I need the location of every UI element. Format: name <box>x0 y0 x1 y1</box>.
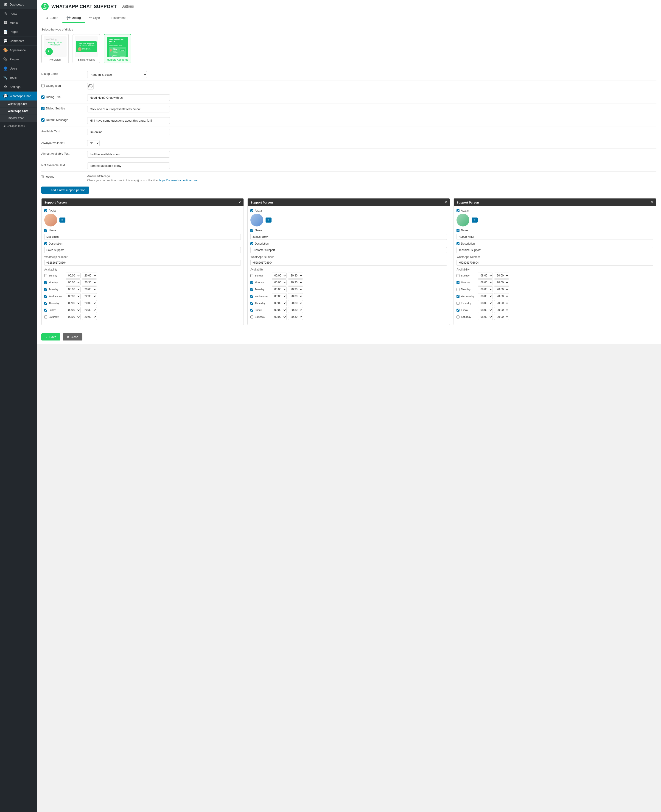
card-3-saturday-end[interactable]: 20:00 <box>494 314 509 320</box>
card-3-wednesday-start[interactable]: 08:00 <box>478 293 493 299</box>
card-1-tuesday-check[interactable] <box>44 288 47 291</box>
card-3-name-checkbox[interactable] <box>457 229 460 232</box>
card-2-thursday-check[interactable] <box>251 302 253 305</box>
card-1-thursday-start[interactable]: 00:00 <box>65 300 81 306</box>
dialog-title-checkbox-label[interactable]: Dialog Title <box>41 95 87 99</box>
card-3-desc-checkbox[interactable] <box>457 242 460 245</box>
almost-available-input[interactable]: I will be available soon <box>87 151 170 158</box>
sidebar-item-settings[interactable]: ⚙ Settings <box>0 82 37 91</box>
dialog-type-single[interactable]: Customer Support Chat with our help desk… <box>72 34 100 63</box>
dialog-subtitle-checkbox[interactable] <box>41 107 45 110</box>
card-3-sunday-check[interactable] <box>457 274 460 277</box>
dialog-type-no-dialog[interactable]: No Dialog Directly Link to Whatsapp No D… <box>41 34 69 63</box>
card-2-friday-check[interactable] <box>251 309 253 311</box>
available-text-input[interactable]: I'm online <box>87 129 170 136</box>
card-3-monday-check[interactable] <box>457 281 460 284</box>
card-1-saturday-end[interactable]: 20:00 <box>82 314 97 320</box>
dialog-icon-checkbox[interactable] <box>41 84 45 88</box>
card-3-tuesday-end[interactable]: 20:00 <box>494 286 509 292</box>
card-3-thursday-start[interactable]: 08:00 <box>478 300 493 306</box>
timezone-link[interactable]: https://momentis.com/timezone/ <box>159 179 198 182</box>
default-message-checkbox[interactable] <box>41 118 45 121</box>
card-1-name-input[interactable]: Mia Smith <box>44 234 241 240</box>
sidebar-item-appearance[interactable]: 🎨 Appearance <box>0 46 37 55</box>
card-1-thursday-end[interactable]: 20:00 <box>82 300 97 306</box>
dialog-title-input[interactable]: Need Help? Chat with us <box>87 94 170 101</box>
card-1-tuesday-start[interactable]: 00:00 <box>65 286 81 292</box>
card-3-friday-check[interactable] <box>457 309 460 311</box>
card-2-edit-avatar-button[interactable]: ✏ <box>265 217 271 223</box>
card-3-thursday-end[interactable]: 20:00 <box>494 300 509 306</box>
card-3-sunday-end[interactable]: 20:00 <box>494 273 509 279</box>
sidebar-item-whatsapp[interactable]: 💬 WhatsApp Chat WhatsApp Chat WhatsApp C… <box>0 91 37 122</box>
sidebar-item-dashboard[interactable]: ⊞ Dashboard <box>0 0 37 9</box>
card-2-saturday-start[interactable]: 00:00 <box>272 314 287 320</box>
card-1-monday-start[interactable]: 00:00 <box>65 279 81 286</box>
card-2-thursday-start[interactable]: 00:00 <box>272 300 287 306</box>
card-3-thursday-check[interactable] <box>457 302 460 305</box>
card-3-monday-end[interactable]: 20:00 <box>494 279 509 286</box>
card-3-name-input[interactable]: Robert Miller <box>457 234 653 240</box>
card-1-thursday-check[interactable] <box>44 302 47 305</box>
card-3-monday-start[interactable]: 08:00 <box>478 279 493 286</box>
card-2-tuesday-check[interactable] <box>251 288 253 291</box>
dialog-title-checkbox[interactable] <box>41 96 45 99</box>
card-1-saturday-start[interactable]: 00:00 <box>65 314 81 320</box>
card-1-friday-check[interactable] <box>44 309 47 311</box>
card-3-tuesday-check[interactable] <box>457 288 460 291</box>
always-available-select[interactable]: No Yes <box>87 140 100 146</box>
card-2-monday-end[interactable]: 20:30 <box>288 279 303 286</box>
card-2-tuesday-end[interactable]: 20:30 <box>288 286 303 292</box>
card-1-monday-end[interactable]: 20:30 <box>82 279 97 286</box>
save-button[interactable]: ✓ Save <box>41 333 61 340</box>
card-2-phone-input[interactable]: +528261708604 <box>251 260 447 266</box>
card-2-name-input[interactable]: James Brown <box>251 234 447 240</box>
card-2-desc-input[interactable]: Customer Support <box>251 247 447 253</box>
add-support-person-button[interactable]: + + Add a new support person <box>41 187 89 194</box>
tab-style[interactable]: ✏ Style <box>85 13 104 23</box>
collapse-menu-button[interactable]: ◀ Collapse menu <box>0 122 37 130</box>
card-2-desc-checkbox[interactable] <box>251 242 253 245</box>
submenu-whatsapp-chat-2[interactable]: WhatsApp Chat <box>0 108 37 115</box>
card-2-tuesday-start[interactable]: 00:00 <box>272 286 287 292</box>
card-3-friday-end[interactable]: 20:00 <box>494 307 509 313</box>
card-2-thursday-end[interactable]: 20:30 <box>288 300 303 306</box>
card-2-avatar-checkbox[interactable] <box>251 209 253 212</box>
card-3-friday-start[interactable]: 08:00 <box>478 307 493 313</box>
card-1-wednesday-start[interactable]: 00:00 <box>65 293 81 299</box>
card-2-sunday-end[interactable]: 20:30 <box>288 273 303 279</box>
tab-placement[interactable]: + Placement <box>104 13 130 23</box>
sidebar-item-users[interactable]: 👤 Users <box>0 64 37 73</box>
card-1-friday-start[interactable]: 00:00 <box>65 307 81 313</box>
sidebar-item-posts[interactable]: ✎ Posts <box>0 9 37 18</box>
sidebar-item-pages[interactable]: 📄 Pages <box>0 27 37 37</box>
card-1-close-button[interactable]: × <box>239 200 241 204</box>
card-2-sunday-check[interactable] <box>251 274 253 277</box>
card-1-sunday-start[interactable]: 00:00 <box>65 273 81 279</box>
card-3-sunday-start[interactable]: 08:00 <box>478 273 493 279</box>
card-2-wednesday-end[interactable]: 20:30 <box>288 293 303 299</box>
card-2-saturday-end[interactable]: 20:30 <box>288 314 303 320</box>
card-1-sunday-end[interactable]: 20:00 <box>82 273 97 279</box>
card-3-close-button[interactable]: × <box>651 200 653 204</box>
card-2-monday-start[interactable]: 00:00 <box>272 279 287 286</box>
dialog-icon-preview[interactable] <box>87 83 94 89</box>
card-1-friday-end[interactable]: 20:30 <box>82 307 97 313</box>
card-2-friday-start[interactable]: 00:00 <box>272 307 287 313</box>
card-2-wednesday-check[interactable] <box>251 295 253 298</box>
tab-dialog[interactable]: 💬 Dialog <box>62 13 85 23</box>
card-1-avatar-checkbox[interactable] <box>44 209 47 212</box>
sidebar-item-comments[interactable]: 💬 Comments <box>0 37 37 46</box>
card-2-wednesday-start[interactable]: 00:00 <box>272 293 287 299</box>
dialog-type-multiple[interactable]: Need Help? Chat with us Click one of our… <box>104 34 131 63</box>
card-2-monday-check[interactable] <box>251 281 253 284</box>
card-1-sunday-check[interactable] <box>44 274 47 277</box>
card-3-phone-input[interactable]: +528261708604 <box>457 260 653 266</box>
default-message-checkbox-label[interactable]: Default Message <box>41 118 87 121</box>
card-2-close-button[interactable]: × <box>445 200 447 204</box>
sidebar-item-plugins[interactable]: 🔌 Plugins <box>0 55 37 64</box>
card-3-desc-input[interactable]: Technical Support <box>457 247 653 253</box>
tab-button[interactable]: ⊙ Button <box>41 13 62 23</box>
card-3-saturday-start[interactable]: 08:00 <box>478 314 493 320</box>
dialog-subtitle-checkbox-label[interactable]: Dialog Subtitle <box>41 107 87 110</box>
